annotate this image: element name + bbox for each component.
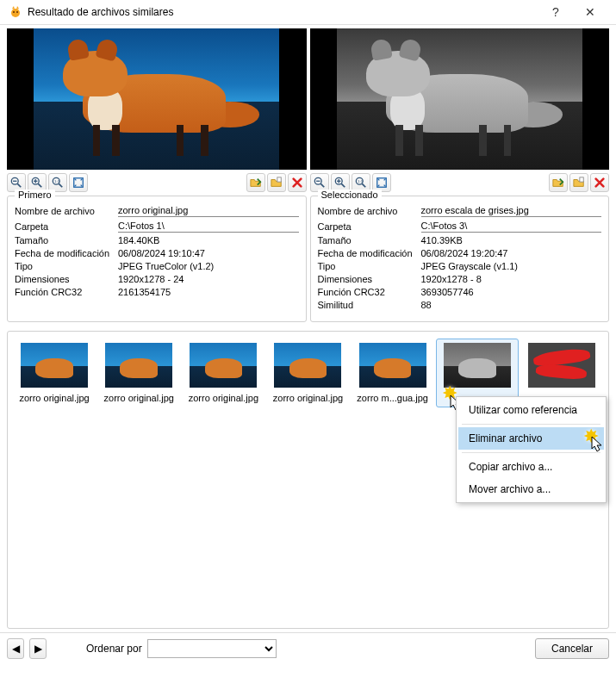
cm-delete-file-label: Eliminar archivo [469, 432, 542, 444]
details-left: Primero Nombre de archivo Carpeta Tamaño… [7, 196, 307, 322]
mdate-label: Fecha de modificación [15, 248, 118, 258]
cm-delete-file[interactable]: Eliminar archivo ✸ [458, 427, 604, 450]
folder-field[interactable] [421, 220, 602, 233]
details-right: Seleccionado Nombre de archivo Carpeta T… [310, 196, 610, 322]
thumbnail-label: zorro m...gua.jpg [354, 393, 432, 403]
svg-rect-26 [580, 177, 583, 182]
help-button[interactable]: ? [538, 5, 573, 19]
cm-copy-to[interactable]: Copiar archivo a... [458, 456, 604, 478]
thumbnail-image [359, 343, 426, 388]
crc-value: 3693057746 [421, 287, 602, 297]
sim-label: Similitud [318, 300, 421, 310]
sort-label: Ordenar por [86, 643, 142, 655]
svg-text:1:1: 1:1 [54, 179, 60, 183]
window-title: Resultado de archivos similares [28, 6, 538, 18]
thumbnail-image [444, 343, 511, 388]
preview-left[interactable] [7, 28, 307, 170]
thumbnail-image [105, 343, 172, 388]
size-label: Tamaño [318, 235, 421, 245]
footer: ◀ ▶ Ordenar por Cancelar [0, 632, 616, 664]
move-to-icon[interactable] [549, 173, 568, 192]
svg-rect-14 [277, 177, 280, 182]
svg-line-19 [341, 183, 345, 187]
app-icon [9, 5, 22, 19]
details-left-title: Primero [15, 190, 55, 200]
svg-line-4 [17, 183, 21, 187]
svg-line-23 [362, 183, 365, 187]
thumbnail-label: zorro original.jpg [16, 393, 93, 403]
cm-separator [462, 452, 600, 453]
thumbnail-image [21, 343, 88, 388]
thumbnail-image [190, 343, 257, 388]
size-label: Tamaño [15, 235, 118, 245]
size-value: 410.39KB [421, 235, 602, 245]
crc-value: 2161354175 [118, 287, 299, 297]
crc-label: Función CRC32 [15, 287, 118, 297]
details-right-title: Seleccionado [318, 190, 382, 200]
thumbnail-label: zorro original.jpg [184, 393, 262, 403]
copy-to-icon[interactable] [267, 173, 286, 192]
thumbnail-label: zorro original.jpg [100, 393, 177, 403]
size-value: 184.40KB [118, 235, 299, 245]
cm-use-as-reference[interactable]: Utilizar como referencia [458, 399, 604, 421]
thumbnail-item[interactable]: zorro m...gua.jpg [352, 339, 434, 407]
mdate-label: Fecha de modificación [318, 248, 421, 258]
close-button[interactable]: ✕ [573, 5, 607, 19]
dim-value: 1920x1278 - 8 [421, 274, 602, 284]
folder-label: Carpeta [15, 221, 118, 232]
delete-icon[interactable] [590, 173, 609, 192]
svg-line-7 [38, 183, 41, 187]
prev-button[interactable]: ◀ [7, 638, 24, 659]
delete-icon[interactable] [288, 173, 307, 192]
fit-icon[interactable] [69, 173, 88, 192]
type-value: JPEG TrueColor (v1.2) [118, 261, 299, 271]
type-label: Tipo [15, 261, 118, 271]
cancel-button[interactable]: Cancelar [535, 638, 609, 659]
thumbnail-item[interactable]: zorro original.jpg [182, 339, 264, 407]
dim-label: Dimensiones [15, 274, 118, 284]
next-button[interactable]: ▶ [29, 638, 47, 659]
cursor-icon [590, 436, 606, 455]
filename-field[interactable] [118, 204, 299, 217]
dim-label: Dimensiones [318, 274, 421, 284]
type-value: JPEG Grayscale (v1.1) [421, 261, 602, 271]
thumbnail-image [528, 343, 595, 388]
crc-label: Función CRC32 [318, 287, 421, 297]
folder-label: Carpeta [318, 221, 421, 232]
move-to-icon[interactable] [246, 173, 265, 192]
filename-field[interactable] [421, 204, 602, 217]
svg-line-11 [59, 183, 62, 187]
svg-text:1:1: 1:1 [358, 179, 364, 183]
thumbnail-item[interactable]: zorro original.jpg [97, 339, 180, 407]
sim-value: 88 [421, 300, 602, 310]
folder-field[interactable] [118, 220, 299, 233]
thumbnail-image [274, 343, 341, 388]
thumbnail-label: zorro original.jpg [269, 393, 346, 403]
thumbnail-item[interactable]: zorro original.jpg [266, 339, 349, 407]
type-label: Tipo [318, 261, 421, 271]
dim-value: 1920x1278 - 24 [118, 274, 299, 284]
svg-point-1 [13, 11, 15, 13]
context-menu: Utilizar como referencia Eliminar archiv… [456, 396, 607, 503]
svg-point-2 [16, 11, 18, 13]
preview-right[interactable] [310, 28, 610, 170]
mdate-value: 06/08/2024 19:20:47 [421, 248, 602, 258]
thumbnail-item[interactable]: zorro original.jpg [13, 339, 96, 407]
preview-row [7, 28, 609, 170]
copy-to-icon[interactable] [569, 173, 588, 192]
mdate-value: 06/08/2024 19:10:47 [118, 248, 299, 258]
sort-select[interactable] [147, 639, 277, 658]
filename-label: Nombre de archivo [15, 206, 118, 216]
svg-point-0 [11, 9, 20, 17]
cm-separator [462, 424, 600, 425]
svg-line-16 [320, 183, 324, 187]
filename-label: Nombre de archivo [318, 206, 421, 216]
titlebar: Resultado de archivos similares ? ✕ [0, 0, 616, 25]
cm-move-to[interactable]: Mover archivo a... [458, 478, 604, 500]
